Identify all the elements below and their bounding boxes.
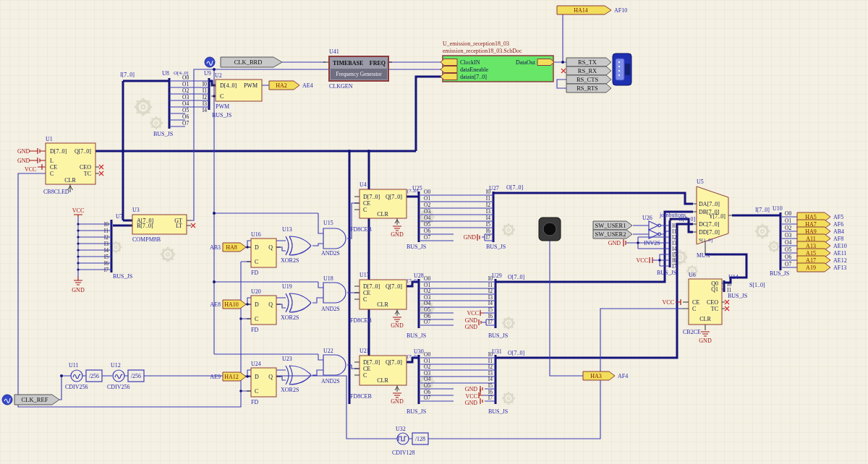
u7-busjs: BUS_JS <box>113 273 132 280</box>
port-ha2-pin: AE4 <box>302 82 313 89</box>
sheet-doc: emission_reception18_03.SchDoc <box>443 48 522 54</box>
u11-ref: U11 <box>69 362 78 369</box>
u12-ref: U12 <box>111 362 121 369</box>
u2-pin-d: D[4..0] <box>220 82 237 89</box>
u1-pin-ce: CE <box>50 164 57 171</box>
u25-pin-label-6: O6 <box>424 228 430 234</box>
u2-ref: U2 <box>215 72 222 79</box>
u4-pin-q: Q[7..0] <box>386 194 402 200</box>
pin-ae10: AE10 <box>833 243 847 249</box>
u22-ref: U22 <box>323 348 333 354</box>
gnd-label: GND <box>17 158 30 164</box>
gnd-label: GND <box>699 338 712 344</box>
u1-pin-l: L <box>50 158 54 164</box>
u25-busjs: BUS_JS <box>407 244 426 250</box>
u27-pin-label-0: I0 <box>486 189 490 195</box>
u10-pin-label-4: O4 <box>785 239 791 246</box>
u24-ref: U24 <box>251 361 261 367</box>
u19-ref: U19 <box>282 283 292 290</box>
u14: I0I1 <box>727 281 731 293</box>
port-sw-user2[interactable]: SW_USER2 <box>593 230 632 239</box>
gnd-label: GND <box>465 317 478 324</box>
u8-pin-label-7: O7 <box>182 120 189 126</box>
port-ha8[interactable]: HA8 AB3 <box>210 243 246 252</box>
u2-type: PWM <box>216 103 229 110</box>
u6-pin-ceo: CEO <box>707 299 718 306</box>
vcc-label: VCC <box>466 393 477 400</box>
rs-ports[interactable]: RS_TX RS_RX RS_CTS RS_RTS <box>566 58 611 93</box>
u1-pin-d: D[7..0] <box>50 148 67 155</box>
u17-pin-d: D[7..0] <box>363 283 380 290</box>
gnd-label: GND <box>465 386 478 392</box>
u3-pin-lt: LT <box>176 223 182 229</box>
u20-pin-q: Q <box>268 301 273 308</box>
port-ha10-label: HA10 <box>224 301 239 308</box>
u5-pin-s: S[1..0] <box>699 237 712 243</box>
u26-ref: U26 <box>642 215 652 221</box>
u4-pin-c: C <box>363 207 367 213</box>
u10-pin-label-2: O2 <box>785 225 791 231</box>
net-o7-0: O[7..0] <box>508 274 524 280</box>
u25: O0O1O2O3O4O5O6O7 <box>424 189 430 241</box>
u21-pin-d: D[7..0] <box>363 359 380 366</box>
u23-ref: U23 <box>282 356 292 362</box>
u23-type: XOR2S <box>281 387 299 393</box>
port-a11: A11 <box>806 236 815 242</box>
u1-ref: U1 <box>46 136 53 142</box>
u10-pin-label-1: O1 <box>785 218 791 224</box>
u17-ref: U17 <box>359 272 370 278</box>
u28: O0O1O2O3O4O5O6O7 <box>424 275 430 325</box>
u8: O0O1O2O3O4O5O6O7 <box>182 74 189 126</box>
sheet-pin-datain: datain[7..0] <box>460 74 487 80</box>
u1-type: CB8CLED <box>43 189 69 195</box>
u2-pin-c: C <box>220 93 224 100</box>
gnd-label: GND <box>391 231 404 238</box>
u4-pin-clr: CLR <box>377 211 388 218</box>
gnd-label: GND <box>465 324 478 330</box>
port-ha12[interactable]: HA12 AE9 <box>210 372 246 381</box>
port-ha2-label: HA2 <box>276 82 287 89</box>
u7-pin-label-1: I1 <box>104 228 109 234</box>
port-ha10[interactable]: HA10 AE8 <box>210 300 246 309</box>
jb: I0I1I2I3I4I5I6I7 <box>672 223 676 270</box>
u4-ref: U4 <box>359 181 367 188</box>
port-ha14[interactable]: HA14 AF10 <box>557 6 627 14</box>
u5-pin-y: Y[7..0] <box>709 213 726 220</box>
u29-busjs: BUS_JS <box>488 332 508 339</box>
port-clk-brd-label: CLK_BRD <box>234 59 263 66</box>
u31-ref: U31 <box>492 348 502 355</box>
u29: I0I1I2I3I4I5I6I7 <box>488 275 493 325</box>
u18-ref: U18 <box>323 275 333 282</box>
port-a17: A17 <box>806 257 816 264</box>
port-clk-brd[interactable]: CLK_BRD <box>221 57 282 67</box>
port-ha3[interactable]: HA3 AF4 <box>583 371 628 380</box>
u27-ref: U27 <box>489 185 499 192</box>
port-ha9: HA9 <box>805 228 817 235</box>
db9-connector-icon <box>613 53 631 85</box>
net-o7-0: O[7..0] <box>678 216 695 223</box>
u16-ref: U16 <box>251 231 261 238</box>
u24-pin-c: C <box>255 388 258 395</box>
u9-pin-label-4: I4 <box>203 107 207 113</box>
u5-type: MUX <box>697 252 710 259</box>
pin-ae11: AE11 <box>833 250 846 257</box>
jb-pin-label-7: I7 <box>672 263 676 270</box>
sheet-ref: U_emission_reception18_03 <box>443 40 509 47</box>
schematic-canvas[interactable]: GND GND VCC VCC GND GND VCC GND GND GND … <box>0 0 868 464</box>
port-clk-ref[interactable]: CLK_REF <box>14 395 59 405</box>
port-ha8-pin: AB3 <box>210 244 221 251</box>
u8-ref: U8 <box>162 70 169 77</box>
u30-busjs: BUS_JS <box>407 408 426 415</box>
u14-busjs: BUS_JS <box>728 293 747 299</box>
u9: I0I1I2I3I4 <box>203 81 207 113</box>
u8-busjs: BUS_JS <box>153 131 173 137</box>
u1-pin-ceo: CEO <box>80 164 91 171</box>
u27-pin-label-6: I6 <box>486 228 490 234</box>
pin-af5: AF5 <box>833 214 843 220</box>
port-ha2[interactable]: HA2 AE4 <box>269 81 313 90</box>
u24-pin-q: Q <box>268 374 273 380</box>
vcc-label: VCC <box>72 207 84 214</box>
port-sw-user1[interactable]: SW_USER1 <box>593 221 632 230</box>
u1-pin-tc: TC <box>84 171 91 177</box>
compile-mask-icon-2 <box>2 395 12 405</box>
